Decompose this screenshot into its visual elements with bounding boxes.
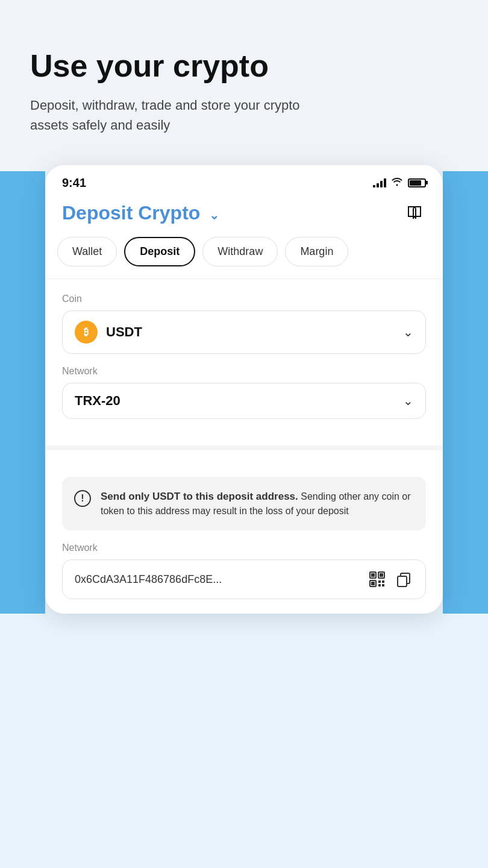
hero-subtitle: Deposit, withdraw, trade and store your … bbox=[30, 95, 331, 135]
tab-withdraw[interactable]: Withdraw bbox=[202, 237, 278, 266]
section-divider bbox=[45, 445, 443, 450]
svg-rect-7 bbox=[378, 580, 381, 583]
tab-margin[interactable]: Margin bbox=[285, 237, 348, 266]
qr-icon[interactable] bbox=[368, 570, 387, 589]
address-actions bbox=[368, 570, 413, 589]
svg-rect-9 bbox=[378, 584, 381, 587]
status-bar: 9:41 bbox=[45, 165, 443, 196]
tabs-section: Wallet Deposit Withdraw Margin bbox=[45, 237, 443, 279]
address-section: ! Send only USDT to this deposit address… bbox=[45, 450, 443, 614]
address-label: Network bbox=[62, 542, 426, 553]
blue-side-left bbox=[0, 171, 45, 614]
svg-rect-6 bbox=[371, 582, 375, 585]
book-icon[interactable] bbox=[403, 202, 426, 225]
form-section: Coin ₿ USDT ⌄ Network TRX-20 bbox=[45, 279, 443, 445]
hero-title: Use your crypto bbox=[30, 48, 458, 84]
coin-icon: ₿ bbox=[75, 321, 98, 344]
network-selector[interactable]: TRX-20 ⌄ bbox=[62, 383, 426, 419]
coin-label: Coin bbox=[62, 294, 426, 304]
hero-section: Use your crypto Deposit, withdraw, trade… bbox=[0, 0, 488, 171]
svg-rect-10 bbox=[382, 584, 384, 587]
svg-rect-8 bbox=[382, 580, 384, 583]
status-time: 9:41 bbox=[62, 176, 86, 190]
phone-layout: 9:41 bbox=[0, 171, 488, 614]
network-label: Network bbox=[62, 366, 426, 377]
warning-text: Send only USDT to this deposit address. … bbox=[101, 489, 414, 519]
status-icons bbox=[373, 177, 426, 189]
signal-icon bbox=[373, 178, 386, 187]
coin-chevron-icon: ⌄ bbox=[403, 325, 413, 339]
address-value: 0x6CdA3A11F486786dFc8E... bbox=[75, 573, 361, 586]
battery-icon bbox=[408, 178, 426, 187]
header-dropdown-icon[interactable]: ⌄ bbox=[209, 208, 219, 222]
svg-rect-2 bbox=[371, 573, 375, 577]
header-title: Deposit Crypto ⌄ bbox=[62, 202, 219, 224]
phone-container: 9:41 bbox=[45, 171, 443, 614]
header-title-plain: Deposit bbox=[62, 202, 133, 224]
tab-wallet[interactable]: Wallet bbox=[57, 237, 117, 266]
phone-header: Deposit Crypto ⌄ bbox=[45, 196, 443, 237]
address-box: 0x6CdA3A11F486786dFc8E... bbox=[62, 559, 426, 599]
network-chevron-icon: ⌄ bbox=[403, 394, 413, 408]
tab-deposit[interactable]: Deposit bbox=[124, 237, 195, 266]
network-value: TRX-20 bbox=[75, 393, 120, 409]
warning-icon: ! bbox=[74, 490, 91, 507]
blue-side-right bbox=[443, 171, 488, 614]
wifi-icon bbox=[391, 177, 403, 189]
tabs-row: Wallet Deposit Withdraw Margin bbox=[57, 237, 431, 266]
coin-selector[interactable]: ₿ USDT ⌄ bbox=[62, 310, 426, 354]
coin-value: USDT bbox=[106, 324, 142, 340]
svg-rect-4 bbox=[380, 573, 383, 577]
svg-rect-12 bbox=[398, 576, 407, 587]
warning-bold: Send only USDT to this deposit address. bbox=[101, 491, 298, 502]
phone-card: 9:41 bbox=[45, 165, 443, 614]
copy-icon[interactable] bbox=[394, 570, 413, 589]
svg-text:₿: ₿ bbox=[84, 327, 89, 337]
warning-box: ! Send only USDT to this deposit address… bbox=[62, 477, 426, 531]
header-title-colored: Crypto bbox=[138, 202, 200, 224]
